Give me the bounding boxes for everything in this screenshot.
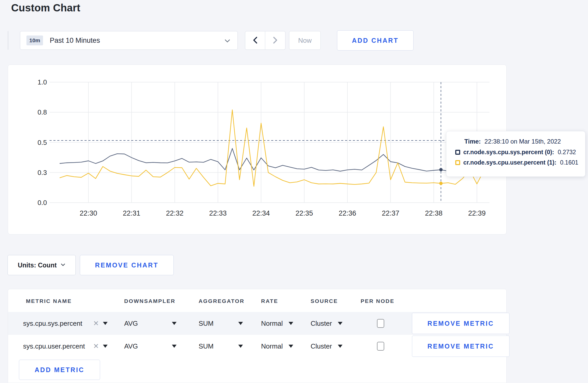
caret-down-icon[interactable] — [238, 345, 243, 348]
per-node-checkbox[interactable] — [377, 342, 384, 351]
svg-text:0.0: 0.0 — [38, 199, 47, 207]
svg-text:22:38: 22:38 — [425, 209, 443, 217]
next-time-button[interactable] — [265, 31, 285, 50]
svg-text:22:32: 22:32 — [166, 209, 184, 217]
rate-select[interactable]: Normal — [261, 342, 283, 350]
add-metric-button[interactable]: ADD METRIC — [19, 360, 100, 380]
svg-text:1.0: 1.0 — [38, 78, 47, 86]
metrics-table: METRIC NAME DOWNSAMPLER AGGREGATOR RATE … — [8, 289, 507, 383]
time-range-dropdown[interactable]: 10m Past 10 Minutes — [20, 31, 238, 50]
tooltip-series-name: cr.node.sys.cpu.user.percent (1): — [463, 159, 556, 166]
metric-name-value[interactable]: sys.cpu.user.percent — [23, 342, 85, 350]
page-title: Custom Chart — [11, 2, 80, 14]
chevron-left-icon — [253, 37, 257, 45]
svg-text:0.3: 0.3 — [38, 169, 47, 176]
custom-chart-page: Custom Chart 10m Past 10 Minutes Now ADD… — [0, 0, 588, 383]
units-label: Units: Count — [18, 261, 57, 269]
remove-x-icon[interactable]: ✕ — [93, 342, 99, 350]
remove-metric-button[interactable]: REMOVE METRIC — [412, 313, 509, 334]
line-chart[interactable]: 1.00.80.50.30.022:3022:3122:3222:3322:34… — [8, 65, 506, 234]
units-dropdown[interactable]: Units: Count — [8, 255, 76, 275]
time-range-label: Past 10 Minutes — [50, 37, 100, 45]
caret-down-icon[interactable] — [289, 322, 293, 325]
chevron-right-icon — [273, 37, 278, 45]
table-row: sys.cpu.user.percent ✕ AVG SUM Normal Cl… — [8, 335, 506, 358]
series-swatch-user-icon — [455, 160, 460, 165]
remove-metric-button[interactable]: REMOVE METRIC — [412, 336, 509, 357]
column-header-rate: RATE — [261, 298, 278, 304]
prev-time-button[interactable] — [245, 31, 265, 50]
svg-text:22:39: 22:39 — [468, 209, 486, 217]
svg-text:22:37: 22:37 — [382, 209, 400, 217]
caret-down-icon[interactable] — [103, 345, 108, 348]
column-header-metric-name: METRIC NAME — [26, 298, 72, 304]
tooltip-series-value: 0.2732 — [558, 149, 576, 156]
column-header-downsampler: DOWNSAMPLER — [124, 298, 176, 304]
tooltip-series-row: cr.node.sys.cpu.user.percent (1): 0.1601 — [455, 159, 580, 166]
svg-text:0.8: 0.8 — [38, 108, 47, 116]
caret-down-icon[interactable] — [172, 322, 177, 325]
column-header-per-node: PER NODE — [361, 298, 395, 304]
remove-x-icon[interactable]: ✕ — [93, 319, 99, 328]
chevron-down-icon — [61, 263, 65, 267]
chevron-down-icon — [225, 39, 230, 44]
column-header-aggregator: AGGREGATOR — [199, 298, 244, 304]
tooltip-series-value: 0.1601 — [560, 159, 578, 166]
caret-down-icon[interactable] — [103, 322, 108, 325]
tooltip-time-label: Time: — [464, 138, 481, 145]
caret-down-icon[interactable] — [338, 345, 342, 348]
source-select[interactable]: Cluster — [311, 320, 332, 328]
svg-text:22:33: 22:33 — [209, 209, 227, 217]
caret-down-icon[interactable] — [289, 345, 293, 348]
svg-text:22:34: 22:34 — [252, 209, 270, 217]
caret-down-icon[interactable] — [238, 322, 243, 325]
tooltip-series-name: cr.node.sys.cpu.sys.percent (0): — [463, 149, 554, 156]
chart-card: 1.00.80.50.30.022:3022:3122:3222:3322:34… — [8, 65, 507, 235]
svg-text:22:35: 22:35 — [296, 209, 313, 217]
metric-name-value[interactable]: sys.cpu.sys.percent — [23, 320, 82, 328]
downsampler-select[interactable]: AVG — [124, 342, 138, 350]
toolbar-divider — [8, 31, 8, 50]
series-swatch-sys-icon — [455, 150, 460, 155]
remove-chart-button[interactable]: REMOVE CHART — [80, 255, 174, 275]
aggregator-select[interactable]: SUM — [199, 342, 214, 350]
caret-down-icon[interactable] — [338, 322, 342, 325]
per-node-checkbox[interactable] — [377, 319, 384, 328]
svg-text:22:31: 22:31 — [123, 209, 141, 217]
column-header-source: SOURCE — [311, 298, 338, 304]
tooltip-time-value: 22:38:10 on Mar 15th, 2022 — [485, 138, 561, 145]
source-select[interactable]: Cluster — [311, 342, 332, 350]
chart-tooltip: Time:22:38:10 on Mar 15th, 2022 cr.node.… — [446, 131, 585, 177]
time-nav-group — [245, 31, 285, 50]
time-range-badge: 10m — [26, 36, 43, 45]
downsampler-select[interactable]: AVG — [124, 320, 138, 328]
tooltip-series-row: cr.node.sys.cpu.sys.percent (0): 0.2732 — [455, 149, 580, 156]
now-button[interactable]: Now — [289, 31, 321, 50]
rate-select[interactable]: Normal — [261, 320, 283, 328]
add-chart-button[interactable]: ADD CHART — [337, 30, 414, 51]
metrics-table-header: METRIC NAME DOWNSAMPLER AGGREGATOR RATE … — [8, 289, 506, 312]
aggregator-select[interactable]: SUM — [199, 320, 214, 328]
svg-text:22:30: 22:30 — [80, 209, 97, 217]
caret-down-icon[interactable] — [172, 345, 177, 348]
svg-text:0.5: 0.5 — [38, 139, 47, 146]
table-row: sys.cpu.sys.percent ✕ AVG SUM Normal Clu… — [8, 312, 506, 335]
tooltip-time: Time:22:38:10 on Mar 15th, 2022 — [464, 138, 580, 145]
svg-text:22:36: 22:36 — [339, 209, 356, 217]
